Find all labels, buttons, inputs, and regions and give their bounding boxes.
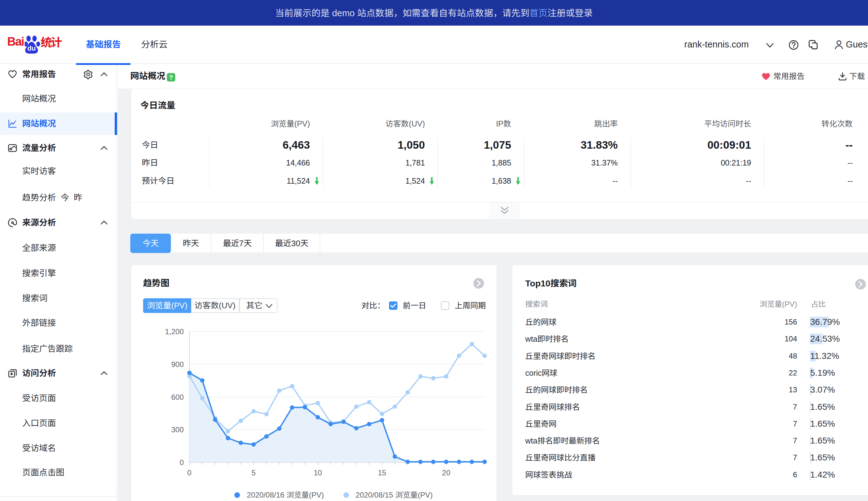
svg-text:1,200: 1,200	[165, 327, 184, 336]
svg-text:15: 15	[378, 469, 386, 477]
svg-text:10: 10	[314, 469, 322, 477]
svg-text:600: 600	[171, 393, 184, 401]
svg-text:0: 0	[187, 469, 191, 477]
svg-text:5: 5	[252, 469, 256, 477]
svg-text:300: 300	[171, 425, 184, 434]
svg-text:900: 900	[171, 360, 184, 369]
svg-text:0: 0	[180, 458, 184, 467]
svg-text:20: 20	[442, 469, 451, 477]
